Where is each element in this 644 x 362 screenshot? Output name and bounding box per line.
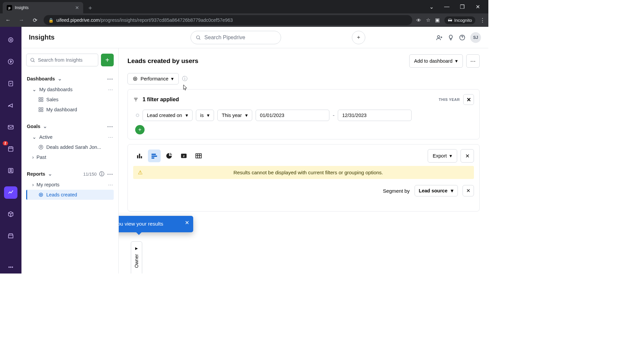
chevron-down-icon: ⌄ — [43, 124, 47, 129]
add-filter-button[interactable]: + — [135, 125, 145, 134]
rail-item-more[interactable] — [4, 261, 17, 274]
export-button[interactable]: Export▾ — [428, 149, 457, 163]
sidebar-search[interactable]: Search from Insights — [26, 54, 98, 66]
rail-item-mail[interactable] — [4, 121, 17, 133]
report-type-selector[interactable]: Performance ▾ — [127, 73, 179, 84]
viz-bar-button[interactable] — [148, 149, 161, 162]
address-bar[interactable]: 🔒 uifeed.pipedrive.com/progress/insights… — [44, 15, 412, 25]
svg-rect-18 — [41, 100, 43, 102]
my-reports-group[interactable]: › My reports ⋯ — [26, 180, 114, 190]
goals-active-group[interactable]: ⌄ Active ⋯ — [26, 132, 114, 142]
viz-table-button[interactable] — [192, 149, 205, 162]
table-icon — [195, 152, 202, 160]
user-avatar[interactable]: SJ — [470, 32, 481, 43]
more-icon[interactable]: ⋯ — [107, 170, 113, 178]
viz-pie-button[interactable] — [163, 149, 175, 162]
tablist-chevron-icon[interactable]: ⌄ — [427, 4, 436, 10]
segment-by-select[interactable]: Lead source▾ — [415, 185, 458, 196]
more-icon[interactable]: ⋯ — [108, 134, 113, 140]
filter-date-from[interactable]: 01/01/2023 — [256, 110, 329, 121]
svg-point-14 — [31, 58, 34, 61]
filter-range-select[interactable]: This year▾ — [217, 110, 252, 121]
svg-rect-29 — [139, 154, 140, 159]
rail-item-focus[interactable] — [4, 34, 17, 46]
rail-badge: 2 — [3, 141, 8, 145]
maximize-icon[interactable]: ❐ — [458, 4, 467, 10]
new-tab-button[interactable]: ＋ — [87, 4, 93, 12]
my-dashboards-group[interactable]: ⌄ My dashboards ⋯ — [26, 84, 114, 95]
info-icon[interactable]: ⓘ — [182, 75, 187, 82]
rail-item-contacts[interactable] — [4, 165, 17, 177]
viz-column-button[interactable] — [133, 149, 146, 162]
svg-text:#: # — [183, 155, 184, 158]
incognito-chip[interactable]: 🕶 Incognito — [444, 16, 475, 24]
rail-item-activities[interactable] — [4, 77, 17, 89]
clear-segment-button[interactable]: ✕ — [463, 185, 474, 196]
svg-rect-31 — [152, 154, 156, 155]
dashboard-icon — [38, 107, 44, 112]
reports-header[interactable]: Reports ⌄ 11/150 ⓘ ⋯ — [26, 168, 114, 180]
sidebar-add-button[interactable]: + — [101, 54, 114, 66]
more-icon: ⋯ — [470, 58, 476, 64]
viz-scorecard-button[interactable]: # — [177, 149, 190, 162]
bookmark-star-icon[interactable]: ☆ — [426, 17, 430, 23]
filter-operator-select[interactable]: is▾ — [196, 110, 214, 121]
add-to-dashboard-button[interactable]: Add to dashboard ▾ — [409, 54, 463, 68]
goals-past-group[interactable]: › Past — [26, 152, 114, 162]
close-viz-button[interactable]: ✕ — [461, 149, 474, 163]
more-actions-button[interactable]: ⋯ — [466, 54, 480, 68]
app-section-title: Insights — [29, 34, 55, 41]
browser-tab[interactable]: p Insights ✕ — [3, 2, 83, 13]
rail-item-products[interactable] — [4, 208, 17, 221]
collapse-filters-button[interactable]: ✕ — [463, 94, 474, 105]
insights-sidebar: Search from Insights + Dashboards ⌄ ⋯ ⌄ … — [21, 48, 119, 274]
rail-item-insights[interactable] — [4, 186, 17, 199]
info-icon[interactable]: ⓘ — [99, 171, 104, 177]
tab-close-icon[interactable]: ✕ — [75, 5, 79, 10]
dashboards-header[interactable]: Dashboards ⌄ ⋯ — [26, 73, 114, 84]
goal-item-deals-added[interactable]: Deals added Sarah Jon... — [26, 142, 114, 152]
svg-point-9 — [10, 267, 11, 268]
kebab-menu-icon[interactable]: ⋮ — [480, 17, 485, 23]
svg-rect-20 — [41, 108, 43, 109]
chevron-down-icon: ⌄ — [32, 87, 37, 92]
more-icon[interactable]: ⋯ — [108, 87, 113, 92]
more-icon[interactable]: ⋯ — [107, 75, 113, 82]
rail-item-calendar[interactable]: 2 — [4, 142, 17, 155]
filter-field-select[interactable]: Lead created on▾ — [143, 110, 193, 121]
back-button[interactable]: ← — [3, 17, 13, 23]
rail-item-deals[interactable] — [4, 55, 17, 68]
rail-item-campaigns[interactable] — [4, 99, 17, 111]
svg-rect-21 — [39, 110, 41, 112]
report-item-leads-created[interactable]: Leads created — [26, 190, 114, 200]
date-range-chip: THIS YEAR — [439, 98, 460, 102]
forward-button[interactable]: → — [17, 17, 26, 23]
global-search[interactable]: Search Pipedrive — [191, 31, 281, 44]
goals-header[interactable]: Goals ⌄ ⋯ — [26, 121, 114, 132]
plus-icon: ＋ — [356, 34, 361, 41]
caret-down-icon: ▾ — [245, 113, 248, 118]
tooltip-close-button[interactable]: ✕ — [185, 219, 189, 227]
minimize-icon[interactable]: — — [442, 4, 451, 10]
more-icon[interactable]: ⋯ — [107, 123, 113, 130]
onboarding-tooltip: Select how you view your results ✕ — [119, 216, 193, 232]
eye-off-icon[interactable]: 👁 — [416, 17, 421, 23]
rail-item-marketplace[interactable] — [4, 230, 17, 242]
close-window-icon[interactable]: ✕ — [473, 4, 482, 10]
svg-point-1 — [10, 39, 12, 41]
y-axis-selector[interactable]: ▸ Owner — [131, 241, 142, 274]
extensions-icon[interactable]: ▣ — [435, 17, 440, 23]
reload-button[interactable]: ⟳ — [30, 17, 40, 23]
page-title: Leads created by users — [127, 57, 198, 65]
filter-date-to[interactable]: 12/31/2023 — [338, 110, 412, 121]
svg-point-12 — [437, 36, 440, 38]
help-icon[interactable] — [459, 34, 466, 41]
more-icon[interactable]: ⋯ — [108, 182, 113, 187]
quick-add-button[interactable]: ＋ — [352, 31, 365, 44]
topbar: Insights Search Pipedrive ＋ SJ — [21, 27, 488, 48]
invite-users-icon[interactable] — [436, 34, 443, 41]
tab-title: Insights — [15, 5, 29, 10]
dashboard-item-my-dashboard[interactable]: My dashboard — [26, 105, 114, 115]
dashboard-item-sales[interactable]: Sales — [26, 95, 114, 105]
lightbulb-icon[interactable] — [447, 34, 454, 41]
